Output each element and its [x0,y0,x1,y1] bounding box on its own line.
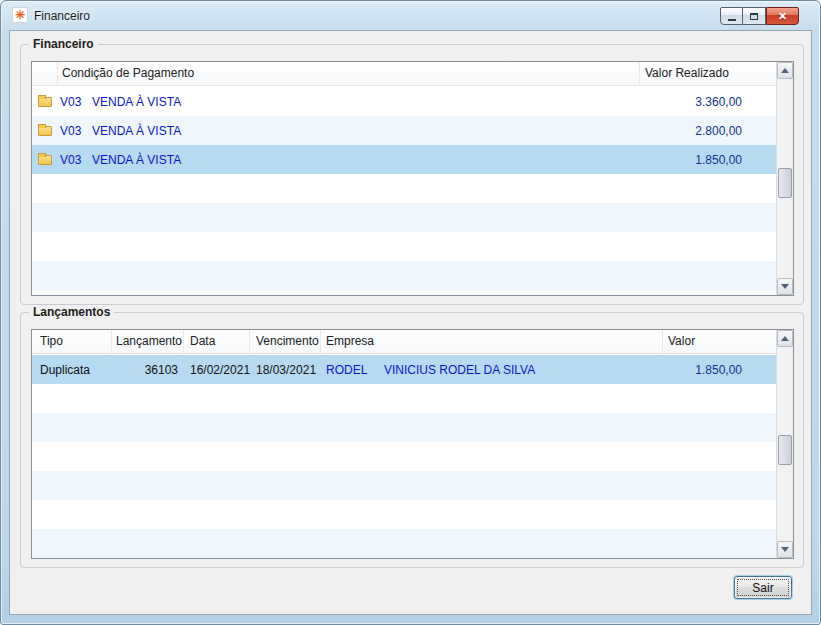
condicao-descricao: VENDA À VISTA [92,124,640,138]
empty-row [32,203,776,232]
scrollbar-thumb[interactable] [778,168,792,198]
lancamentos-listview[interactable]: Tipo Lançamento Data Vencimento Empresa … [31,329,794,559]
scroll-down-icon [781,547,789,552]
icon-column-header[interactable] [32,62,58,85]
empty-row [32,529,776,558]
financeiro-list-body: V03 VENDA À VISTA 3.360,00 V03 VENDA À V… [32,87,776,295]
empty-row [32,500,776,529]
sair-button[interactable]: Sair [734,576,792,599]
minimize-button[interactable] [720,7,743,25]
financeiro-groupbox: Financeiro Condição de Pagamento Valor R… [20,44,804,305]
minimize-icon [728,19,736,21]
lancamento-data: 16/02/2021 [184,363,250,377]
valor-realizado: 2.800,00 [640,124,776,138]
scroll-up-button[interactable] [777,330,793,347]
folder-icon [32,155,58,165]
condicao-codigo: V03 [58,124,92,138]
financeiro-row-selected[interactable]: V03 VENDA À VISTA 1.850,00 [32,145,776,174]
app-icon: ✳ [12,7,28,23]
scroll-up-icon [781,68,789,73]
valor-realizado-column-header[interactable]: Valor Realizado [640,62,776,85]
window-controls: ✕ [720,7,799,25]
lancamentos-group-title: Lançamentos [29,305,114,319]
close-button[interactable]: ✕ [766,7,799,25]
maximize-icon [750,13,758,20]
empty-row [32,261,776,290]
lancamento-valor: 1.850,00 [663,363,776,377]
condicao-column-header[interactable]: Condição de Pagamento [58,62,640,85]
lancamento-row-selected[interactable]: Duplicata 36103 16/02/2021 18/03/2021 RO… [32,355,776,384]
lancamentos-list-header: Tipo Lançamento Data Vencimento Empresa … [32,330,776,354]
empty-row [32,442,776,471]
condicao-descricao: VENDA À VISTA [92,153,640,167]
financeiro-row[interactable]: V03 VENDA À VISTA 3.360,00 [32,87,776,116]
valor-column-header[interactable]: Valor [663,330,776,353]
vencimento-column-header[interactable]: Vencimento [250,330,321,353]
folder-icon [32,126,58,136]
data-column-header[interactable]: Data [184,330,250,353]
lancamentos-groupbox: Lançamentos Tipo Lançamento Data Vencime… [20,312,804,568]
desktop: ✳ Financeiro ✕ Financeiro [0,0,821,625]
financeiro-group-title: Financeiro [29,37,98,51]
valor-realizado: 1.850,00 [640,153,776,167]
lancamento-numero: 36103 [112,363,184,377]
financeiro-window: ✳ Financeiro ✕ Financeiro [0,0,821,625]
lancamento-empresa: RODEL VINICIUS RODEL DA SILVA [321,363,663,377]
scroll-up-button[interactable] [777,62,793,79]
condicao-codigo: V03 [58,95,92,109]
lancamentos-scrollbar[interactable] [776,330,793,558]
empresa-codigo: RODEL [321,363,378,377]
scroll-down-button[interactable] [777,278,793,295]
financeiro-list-header: Condição de Pagamento Valor Realizado [32,62,776,86]
empty-row [32,174,776,203]
folder-icon [32,97,58,107]
window-title: Financeiro [34,9,90,23]
empty-row [32,232,776,261]
scrollbar-thumb[interactable] [778,435,792,465]
valor-realizado: 3.360,00 [640,95,776,109]
empresa-column-header[interactable]: Empresa [321,330,663,353]
tipo-column-header[interactable]: Tipo [32,330,112,353]
financeiro-listview[interactable]: Condição de Pagamento Valor Realizado V0… [31,61,794,296]
financeiro-scrollbar[interactable] [776,62,793,295]
scroll-down-button[interactable] [777,541,793,558]
client-area: Financeiro Condição de Pagamento Valor R… [9,30,812,615]
empresa-nome: VINICIUS RODEL DA SILVA [378,363,535,377]
empty-row [32,384,776,413]
maximize-button[interactable] [743,7,766,25]
lancamento-vencimento: 18/03/2021 [250,363,321,377]
condicao-codigo: V03 [58,153,92,167]
titlebar[interactable]: ✳ Financeiro ✕ [1,1,820,30]
scroll-up-icon [781,336,789,341]
empty-row [32,471,776,500]
lancamento-column-header[interactable]: Lançamento [112,330,184,353]
close-icon: ✕ [778,10,787,23]
lancamentos-list-body: Duplicata 36103 16/02/2021 18/03/2021 RO… [32,355,776,558]
lancamento-tipo: Duplicata [32,363,112,377]
financeiro-row[interactable]: V03 VENDA À VISTA 2.800,00 [32,116,776,145]
empty-row [32,413,776,442]
scroll-down-icon [781,284,789,289]
condicao-descricao: VENDA À VISTA [92,95,640,109]
